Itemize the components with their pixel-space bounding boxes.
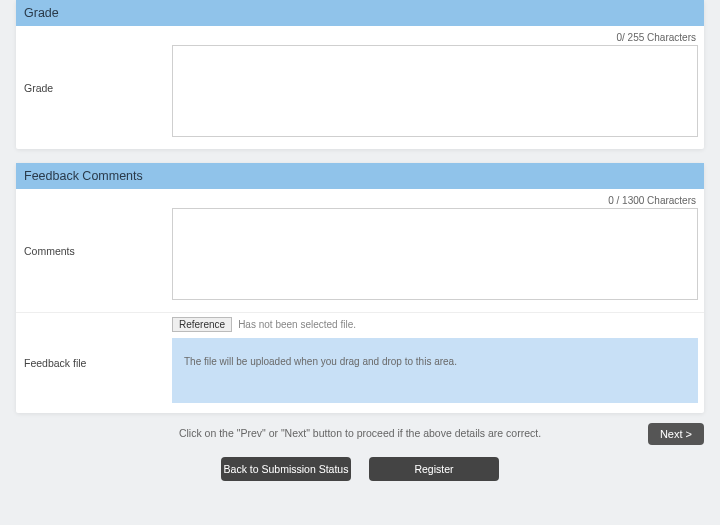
grade-label: Grade xyxy=(16,26,166,149)
feedback-file-label: Feedback file xyxy=(16,313,166,413)
reference-button[interactable]: Reference xyxy=(172,317,232,332)
instruction-row: Click on the "Prev" or "Next" button to … xyxy=(16,427,704,439)
grade-panel: Grade Grade 0/ 255 Characters xyxy=(16,0,704,149)
file-status-text: Has not been selected file. xyxy=(238,319,356,330)
feedback-panel: Feedback Comments Comments 0 / 1300 Char… xyxy=(16,163,704,413)
register-button[interactable]: Register xyxy=(369,457,499,481)
grade-char-counter: 0/ 255 Characters xyxy=(172,30,698,45)
grade-input[interactable] xyxy=(172,45,698,137)
back-button[interactable]: Back to Submission Status xyxy=(221,457,351,481)
reference-row: Reference Has not been selected file. xyxy=(172,317,698,332)
next-button[interactable]: Next > xyxy=(648,423,704,445)
file-dropzone[interactable]: The file will be uploaded when you drag … xyxy=(172,338,698,403)
comments-input[interactable] xyxy=(172,208,698,300)
grade-content: 0/ 255 Characters xyxy=(166,26,704,149)
comments-row: Comments 0 / 1300 Characters xyxy=(16,189,704,313)
comments-char-counter: 0 / 1300 Characters xyxy=(172,193,698,208)
bottom-buttons: Back to Submission Status Register xyxy=(16,457,704,481)
feedback-panel-header: Feedback Comments xyxy=(16,163,704,189)
comments-content: 0 / 1300 Characters xyxy=(166,189,704,312)
grade-row: Grade 0/ 255 Characters xyxy=(16,26,704,149)
feedback-file-row: Feedback file Reference Has not been sel… xyxy=(16,313,704,413)
comments-label: Comments xyxy=(16,189,166,312)
instruction-text: Click on the "Prev" or "Next" button to … xyxy=(179,427,541,439)
feedback-file-content: Reference Has not been selected file. Th… xyxy=(166,313,704,413)
grade-panel-header: Grade xyxy=(16,0,704,26)
